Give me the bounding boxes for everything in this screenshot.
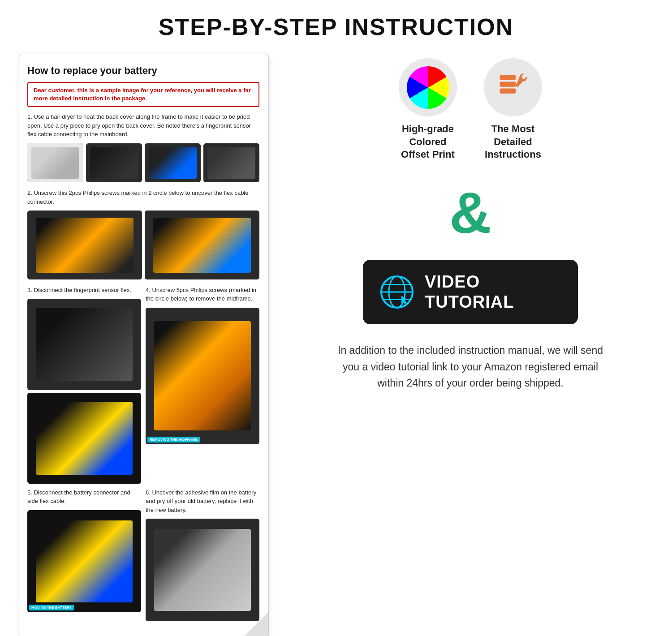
battery-label: MOVING THE BATTERY xyxy=(29,605,74,610)
page-title: STEP-BY-STEP INSTRUCTION xyxy=(18,13,654,40)
page-container: STEP-BY-STEP INSTRUCTION How to replace … xyxy=(0,0,672,636)
svg-rect-0 xyxy=(500,75,516,80)
step5-6-row: 5. Disconnect the battery connector and … xyxy=(27,488,259,621)
step3-col: 3. Disconnect the fingerprint sensor fle… xyxy=(27,286,141,484)
step5-img2-preview xyxy=(27,393,141,484)
svg-rect-2 xyxy=(500,88,516,93)
instruction-card: How to replace your battery Dear custome… xyxy=(18,54,269,636)
step2-img2 xyxy=(145,211,259,279)
feature-instructions-label: The MostDetailedInstructions xyxy=(485,123,541,161)
step1-img4 xyxy=(203,143,259,183)
step6-img1 xyxy=(146,519,259,621)
step2-img1 xyxy=(27,211,142,279)
feature-detailed-instructions: The MostDetailedInstructions xyxy=(484,58,542,161)
content-row: How to replace your battery Dear custome… xyxy=(18,54,654,636)
right-column: High-gradeColoredOffset Print xyxy=(287,54,654,391)
step2-images xyxy=(27,211,259,279)
ampersand-section: & xyxy=(449,184,491,242)
globe-icon xyxy=(379,274,415,310)
step6-col: 6. Uncover the adhesive film on the batt… xyxy=(146,488,259,621)
step6-text: 6. Uncover the adhesive film on the batt… xyxy=(146,488,259,515)
step3-4-row: 3. Disconnect the fingerprint sensor fle… xyxy=(27,286,259,484)
video-tutorial-box[interactable]: VIDEO TUTORIAL xyxy=(363,260,578,324)
notice-box: Dear customer, this is a sample image fo… xyxy=(27,82,259,107)
step4-img1: REMOVING THE MIDFRAME xyxy=(146,308,259,444)
step4-text: 4. Unscrew 5pcs Philips screws (marked i… xyxy=(146,286,259,303)
feature-colored-print: High-gradeColoredOffset Print xyxy=(399,58,457,161)
video-label-top: VIDEO xyxy=(425,272,514,292)
description-text: In addition to the included instruction … xyxy=(332,342,609,391)
svg-rect-1 xyxy=(500,82,516,86)
step5-img1: MOVING THE BATTERY xyxy=(27,510,141,613)
wrench-circle xyxy=(484,58,542,116)
step1-img1 xyxy=(27,143,83,183)
color-wheel-circle xyxy=(399,58,457,116)
step3-img1 xyxy=(27,299,141,390)
step4-col: 4. Unscrew 5pcs Philips screws (marked i… xyxy=(146,286,259,484)
wrench-icon xyxy=(496,71,530,104)
features-row: High-gradeColoredOffset Print xyxy=(399,58,542,161)
step1-img3 xyxy=(145,143,201,183)
ampersand-char: & xyxy=(449,180,491,245)
wrench-icon-wrap xyxy=(495,69,531,105)
step3-text: 3. Disconnect the fingerprint sensor fle… xyxy=(27,286,141,295)
step3-images xyxy=(27,299,141,483)
step5-col: 5. Disconnect the battery connector and … xyxy=(27,488,141,621)
video-label-bottom: TUTORIAL xyxy=(425,292,514,312)
step5-text: 5. Disconnect the battery connector and … xyxy=(27,488,141,506)
step1-img2 xyxy=(86,143,142,183)
card-title: How to replace your battery xyxy=(27,65,259,77)
video-text: VIDEO TUTORIAL xyxy=(425,272,514,312)
step1-images xyxy=(27,143,259,183)
notice-text: Dear customer, this is a sample image fo… xyxy=(34,86,253,103)
step1-text: 1. Use a hair dryer to heat the back cov… xyxy=(27,112,259,139)
midframe-label: REMOVING THE MIDFRAME xyxy=(147,437,200,443)
step2-text: 2. Unscrew this 2pcs Philips screws mark… xyxy=(27,189,259,206)
feature-colored-print-label: High-gradeColoredOffset Print xyxy=(401,123,455,161)
color-wheel-icon xyxy=(407,66,449,109)
